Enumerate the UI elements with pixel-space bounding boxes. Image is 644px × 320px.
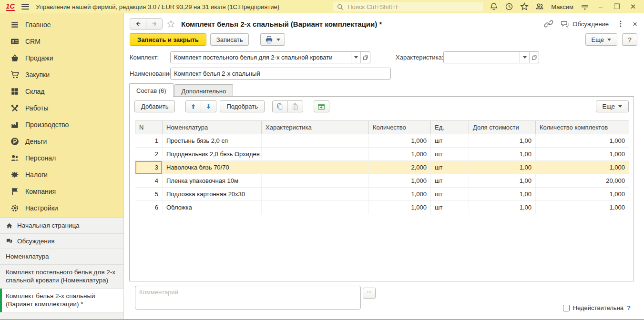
sidebar-item-works[interactable]: Работы: [0, 100, 123, 116]
characteristic-input[interactable]: [444, 52, 520, 63]
history-icon[interactable]: [504, 2, 514, 11]
move-down-icon[interactable]: [201, 101, 216, 112]
search-input[interactable]: [347, 3, 480, 11]
table-cell-qty[interactable]: 1,000: [369, 148, 431, 161]
table-row[interactable]: 3Наволочка бязь 70/702,000шт1,001,000: [135, 161, 629, 174]
global-search[interactable]: [333, 2, 483, 11]
table-row[interactable]: 2Пододеяльник 2,0 бязь Орхидея1,000шт1,0…: [135, 148, 629, 161]
table-header-cell[interactable]: N: [135, 121, 163, 134]
open-window-item[interactable]: Номенклатура: [0, 249, 123, 265]
open-window-item[interactable]: Комплект белья 2-х спальный (Вариант ком…: [0, 289, 123, 312]
open-window-item[interactable]: Начальная страница: [0, 218, 123, 234]
table-cell-qty[interactable]: 1,000: [369, 201, 431, 214]
notifications-bell-icon[interactable]: [489, 2, 499, 11]
komplekt-dropdown-icon[interactable]: [351, 52, 360, 63]
table-cell-kits[interactable]: 1,000: [536, 201, 629, 214]
table-cell-characteristic[interactable]: [262, 134, 369, 148]
table-cell-share[interactable]: 1,00: [469, 148, 536, 161]
forward-button[interactable]: [146, 19, 162, 29]
table-cell-characteristic[interactable]: [262, 174, 369, 188]
table-header-cell[interactable]: Доля стоимости: [469, 121, 536, 134]
table-cell-nomenclature[interactable]: Подложка картонная 20х30: [163, 188, 262, 201]
table-cell-n[interactable]: 6: [135, 201, 163, 214]
paste-rows-icon[interactable]: [287, 101, 303, 112]
table-cell-unit[interactable]: шт: [431, 148, 469, 161]
characteristic-dropdown-icon[interactable]: [520, 52, 529, 63]
sidebar-item-production[interactable]: Производство: [0, 116, 123, 133]
move-up-icon[interactable]: [186, 101, 201, 112]
table-header-cell[interactable]: Ед.: [431, 121, 469, 134]
add-row-button[interactable]: Добавить: [134, 100, 175, 112]
table-cell-kits[interactable]: 1,000: [536, 134, 629, 148]
table-row[interactable]: 5Подложка картонная 20х301,000шт1,001,00…: [135, 188, 629, 201]
table-header-cell[interactable]: Номенклатура: [163, 121, 262, 134]
table-cell-characteristic[interactable]: [262, 201, 369, 214]
table-cell-nomenclature[interactable]: Наволочка бязь 70/70: [163, 161, 262, 174]
table-cell-share[interactable]: 1,00: [469, 174, 536, 188]
comment-input[interactable]: [135, 286, 360, 309]
pick-button[interactable]: Подобрать: [220, 100, 264, 112]
table-cell-share[interactable]: 1,00: [469, 201, 536, 214]
table-cell-unit[interactable]: шт: [431, 201, 469, 214]
characteristic-open-icon[interactable]: [529, 52, 539, 63]
save-and-close-button[interactable]: Записать и закрыть: [130, 33, 206, 46]
invalid-checkbox[interactable]: [563, 305, 570, 311]
table-cell-unit[interactable]: шт: [431, 188, 469, 201]
sidebar-item-crm[interactable]: CRM: [0, 33, 123, 50]
table-cell-characteristic[interactable]: [262, 161, 369, 174]
current-user-name[interactable]: Максим: [551, 3, 573, 10]
table-row[interactable]: 4Пленка упаковочная 10м1,000шт1,0020,000: [135, 174, 629, 188]
comment-expand-button[interactable]: ...: [363, 288, 376, 299]
more-button[interactable]: Еще: [585, 33, 617, 46]
table-cell-nomenclature[interactable]: Простынь бязь 2,0 сп: [163, 134, 262, 148]
tab-sostav[interactable]: Состав (6): [129, 83, 174, 97]
favorite-star-icon[interactable]: [166, 20, 175, 29]
table-cell-qty[interactable]: 2,000: [369, 161, 431, 174]
table-cell-characteristic[interactable]: [262, 188, 369, 201]
table-more-button[interactable]: Еще: [596, 100, 629, 112]
name-input[interactable]: [171, 68, 390, 79]
sidebar-item-purchases[interactable]: Закупки: [0, 66, 123, 83]
open-window-item[interactable]: Обсуждения: [0, 234, 123, 250]
table-cell-nomenclature[interactable]: Пленка упаковочная 10м: [163, 174, 262, 188]
copy-link-icon[interactable]: [544, 20, 553, 28]
tab-dopolnitelno[interactable]: Дополнительно: [174, 84, 234, 97]
save-button[interactable]: Записать: [210, 33, 249, 46]
sidebar-item-company[interactable]: Компания: [0, 183, 123, 200]
table-cell-unit[interactable]: шт: [431, 174, 469, 188]
table-cell-share[interactable]: 1,00: [469, 134, 536, 148]
close-form-button[interactable]: ×: [633, 20, 637, 28]
table-row[interactable]: 1Простынь бязь 2,0 сп1,000шт1,001,000: [135, 134, 629, 148]
help-button[interactable]: ?: [622, 33, 637, 46]
discussion-button[interactable]: Обсуждение: [561, 20, 609, 28]
sidebar-item-money[interactable]: Деньги: [0, 133, 123, 150]
table-cell-kits[interactable]: 1,000: [536, 188, 629, 201]
close-window-button[interactable]: ✕: [628, 2, 638, 11]
table-cell-unit[interactable]: шт: [431, 161, 469, 174]
copy-rows-icon[interactable]: [273, 101, 287, 112]
sidebar-item-taxes[interactable]: Налоги: [0, 166, 123, 183]
invalid-help-icon[interactable]: ?: [627, 304, 631, 311]
table-cell-kits[interactable]: 20,000: [536, 174, 629, 188]
table-cell-share[interactable]: 1,00: [469, 161, 536, 174]
table-cell-unit[interactable]: шт: [431, 134, 469, 148]
open-window-item[interactable]: Комплект постельного белья для 2-х спаль…: [0, 265, 123, 289]
table-cell-n[interactable]: 5: [135, 188, 163, 201]
table-header-cell[interactable]: Характеристика: [262, 121, 369, 134]
table-cell-n[interactable]: 4: [135, 174, 163, 188]
sidebar-item-settings[interactable]: Настройки: [0, 200, 123, 216]
table-cell-qty[interactable]: 1,000: [369, 174, 431, 188]
table-header-cell[interactable]: Количество: [369, 121, 431, 134]
table-cell-qty[interactable]: 1,000: [369, 188, 431, 201]
table-header-cell[interactable]: Количество комплектов: [536, 121, 629, 134]
table-cell-nomenclature[interactable]: Пододеяльник 2,0 бязь Орхидея: [163, 148, 262, 161]
view-settings-icon[interactable]: [580, 2, 590, 11]
minimize-button[interactable]: –: [595, 3, 606, 11]
komplekt-open-icon[interactable]: [360, 52, 370, 63]
table-cell-n[interactable]: 2: [135, 148, 163, 161]
user-icon[interactable]: [535, 2, 544, 11]
table-cell-nomenclature[interactable]: Обложка: [163, 201, 262, 214]
table-cell-n[interactable]: 3: [135, 161, 163, 174]
kebab-menu-icon[interactable]: [616, 20, 625, 28]
load-table-icon[interactable]: [314, 100, 329, 112]
